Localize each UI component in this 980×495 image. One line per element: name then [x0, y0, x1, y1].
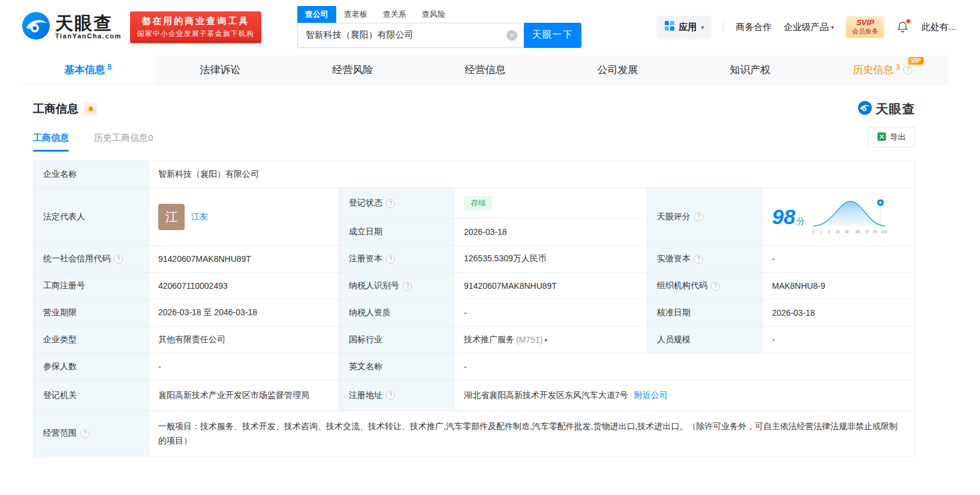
- field-label: 法定代表人: [34, 188, 149, 246]
- business-registration-section: 工商信息 天眼查 工商信息: [33, 101, 915, 457]
- subtab-history-business-info[interactable]: 历史工商信息0: [94, 132, 153, 152]
- help-icon[interactable]: ?: [386, 255, 395, 264]
- taxpayer-quality-value: -: [454, 300, 647, 327]
- clear-search-icon[interactable]: ×: [506, 30, 517, 41]
- business-term-value: 2026-03-18 至 2046-03-18: [149, 300, 339, 327]
- tab-history-info[interactable]: VIP 历史信息 3 ?: [816, 55, 949, 84]
- help-icon[interactable]: ?: [80, 429, 89, 438]
- score-curve-chart[interactable]: 0 1 3 15 50 85 97 99 100: [811, 196, 891, 237]
- header: 天眼查 TianYanCha.com 都在用的商业查询工具 国家中小企业发展子基…: [0, 0, 980, 54]
- help-icon[interactable]: ?: [903, 65, 912, 74]
- search-button[interactable]: 天眼一下: [524, 23, 581, 48]
- legal-rep-avatar[interactable]: 江: [158, 204, 185, 230]
- insured-num-value: -: [149, 354, 339, 381]
- help-icon[interactable]: ?: [711, 282, 720, 291]
- apps-button[interactable]: 应用 ▾: [658, 16, 711, 38]
- field-label: 核准日期: [647, 300, 762, 327]
- field-label: 成立日期: [339, 219, 454, 246]
- field-label: 企业名称: [34, 161, 149, 188]
- help-icon[interactable]: ?: [386, 391, 395, 400]
- nearby-companies-link[interactable]: 附近公司: [634, 390, 668, 401]
- tab-business-info[interactable]: 经营信息: [419, 55, 551, 84]
- search-tab-relation[interactable]: 查关系: [375, 6, 414, 23]
- tab-label: 法律诉讼: [200, 63, 241, 77]
- tab-basic-info[interactable]: 基本信息 5: [22, 55, 154, 84]
- tab-count: 5: [107, 63, 111, 71]
- reg-number-value: 420607110002493: [149, 273, 339, 300]
- tab-intellectual-property[interactable]: 知识产权: [684, 55, 816, 84]
- field-label: 参保人数: [34, 354, 149, 381]
- field-label: 天眼评分 ?: [647, 188, 762, 246]
- field-label: 注册地址 ?: [339, 381, 454, 411]
- english-name-value: -: [454, 354, 915, 381]
- paid-capital-value: -: [762, 246, 915, 273]
- section-watermark-logo: 天眼查: [858, 101, 915, 117]
- field-label: 营业期限: [34, 300, 149, 327]
- help-icon[interactable]: ?: [386, 199, 395, 208]
- svip-label: SVIP: [852, 19, 878, 28]
- field-label: 企业类型: [34, 327, 149, 354]
- search-input[interactable]: [297, 23, 524, 48]
- brand-domain: TianYanCha.com: [55, 33, 122, 40]
- svg-text:85: 85: [855, 230, 860, 234]
- tab-company-development[interactable]: 公司发展: [551, 55, 684, 84]
- reg-authority-cell: 襄阳高新技术产业开发区市场监督管理局: [149, 381, 339, 411]
- industry-value: 技术推广服务: [464, 334, 514, 345]
- header-menu: 应用 ▾ 商务合作 企业级产品 ▾ SVIP 会员服务 此处有...: [658, 16, 956, 38]
- tab-label: 历史信息: [853, 63, 894, 77]
- svg-text:100: 100: [881, 230, 888, 234]
- subscribe-bell-icon[interactable]: [84, 102, 97, 116]
- industry-code: (M751): [516, 335, 542, 345]
- field-label: 经营范围 ?: [34, 411, 149, 456]
- svip-membership-badge[interactable]: SVIP 会员服务: [846, 16, 884, 38]
- chevron-down-icon[interactable]: ▾: [544, 337, 547, 343]
- notification-dot: [906, 19, 910, 23]
- score-cell: 98分: [762, 188, 915, 246]
- divider: [723, 22, 723, 32]
- field-label: 国标行业: [339, 327, 454, 354]
- help-icon[interactable]: ?: [403, 282, 412, 291]
- tab-label: 公司发展: [598, 63, 638, 77]
- tab-legal-proceedings[interactable]: 法律诉讼: [154, 55, 287, 84]
- search-tab-risk[interactable]: 查风险: [414, 6, 453, 23]
- export-button[interactable]: 导出: [868, 127, 915, 147]
- field-label: 注册资本 ?: [339, 246, 454, 273]
- table-row: 参保人数 - 英文名称 -: [34, 354, 915, 381]
- svg-text:99: 99: [873, 230, 878, 234]
- tab-label: 知识产权: [730, 63, 771, 77]
- notification-bell-icon[interactable]: [896, 20, 909, 34]
- score-value: 98: [772, 205, 795, 228]
- search-tabs: 查公司 查老板 查关系 查风险: [297, 7, 581, 23]
- taxpayer-id-value: 91420607MAK8NHU89T: [454, 273, 647, 300]
- legal-rep-link[interactable]: 江友: [191, 212, 208, 222]
- banner-line2: 国家中小企业发展子基金旗下机构: [137, 29, 254, 39]
- search-tab-boss[interactable]: 查老板: [336, 6, 375, 23]
- brand-name: 天眼查: [55, 14, 122, 33]
- subtabs: 工商信息 历史工商信息0 导出: [33, 132, 915, 152]
- help-icon[interactable]: ?: [114, 255, 123, 264]
- company-info-table: 企业名称 智新科技（襄阳）有限公司 法定代表人 江 江友 登记状态 ?: [33, 161, 915, 457]
- tab-business-risk[interactable]: 经营风险: [287, 55, 419, 84]
- tianyancha-eye-icon: [22, 11, 50, 43]
- field-label: 纳税人识别号 ?: [339, 273, 454, 300]
- field-label: 纳税人资质: [339, 300, 454, 327]
- subtab-business-info[interactable]: 工商信息: [33, 132, 69, 152]
- menu-cooperation[interactable]: 商务合作: [735, 22, 771, 33]
- reg-authority-value: 襄阳高新技术产业开发区市场监督管理局: [158, 388, 309, 403]
- company-type-value: 其他有限责任公司: [149, 327, 339, 354]
- table-row: 企业名称 智新科技（襄阳）有限公司: [34, 161, 915, 188]
- tab-label: 经营信息: [465, 63, 506, 77]
- site-logo[interactable]: 天眼查 TianYanCha.com: [22, 11, 122, 43]
- search-tab-company[interactable]: 查公司: [297, 6, 336, 23]
- help-icon[interactable]: ?: [694, 212, 703, 221]
- table-row: 统一社会信用代码 ? 91420607MAK8NHU89T 注册资本 ? 126…: [34, 246, 915, 273]
- user-account[interactable]: 此处有...: [921, 22, 956, 33]
- reg-status-cell: 存续: [454, 188, 647, 219]
- tab-count: 3: [896, 63, 900, 71]
- staff-size-value: -: [762, 327, 915, 354]
- menu-enterprise-products[interactable]: 企业级产品 ▾: [783, 22, 834, 33]
- field-label: 人员规模: [647, 327, 762, 354]
- help-icon[interactable]: ?: [694, 255, 703, 264]
- field-label: 组织机构代码 ?: [647, 273, 762, 300]
- field-label: 登记状态 ?: [339, 188, 454, 219]
